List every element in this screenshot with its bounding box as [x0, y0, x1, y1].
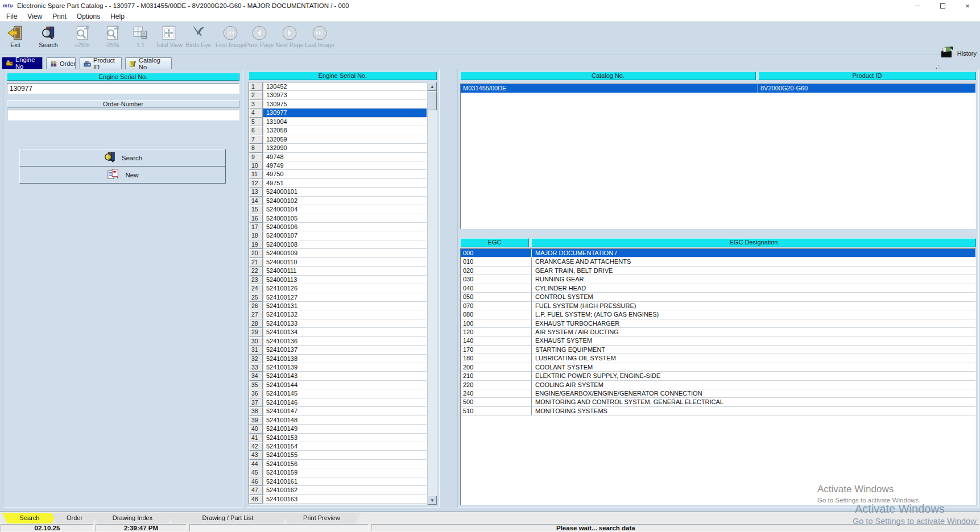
egc-code-cell[interactable]: 180 — [461, 354, 532, 363]
scroll-up-button[interactable]: ▲ — [428, 82, 437, 91]
egc-code-cell[interactable]: 140 — [461, 336, 532, 345]
tab-order[interactable]: Order — [46, 57, 76, 69]
engine-serial-row[interactable]: 17 524000106 — [249, 223, 427, 231]
zoom-out-button[interactable]: -25% — [98, 23, 126, 48]
engine-serial-cell[interactable]: 524100134 — [263, 328, 427, 336]
engine-serial-row[interactable]: 29 524100134 — [249, 328, 427, 336]
engine-serial-cell[interactable]: 49751 — [263, 179, 427, 188]
egc-row[interactable]: 510 MONITORING SYSTEMS — [461, 407, 975, 415]
engine-serial-row[interactable]: 15 524000104 — [249, 205, 427, 214]
view-tab-drawing-index[interactable]: Drawing Index — [92, 513, 173, 523]
engine-serial-cell[interactable]: 524000110 — [263, 258, 427, 267]
egc-code-cell[interactable]: 020 — [461, 267, 532, 275]
egc-designation-cell[interactable]: EXHAUST TURBOCHARGER — [532, 319, 975, 328]
menu-view[interactable]: View — [22, 11, 47, 22]
egc-list[interactable]: 000 MAJOR DOCUMENTATION / 010 CRANKCASE … — [460, 248, 976, 505]
engine-serial-cell[interactable]: 524100156 — [263, 460, 427, 468]
engine-serial-list[interactable]: 1 130452 2 130973 3 130975 4 130977 5 13… — [249, 82, 437, 505]
egc-row[interactable]: 080 L.P. FUEL SYSTEM; (ALTO GAS ENGINES) — [461, 310, 975, 319]
egc-code-cell[interactable]: 070 — [461, 302, 532, 310]
egc-designation-cell[interactable]: CONTROL SYSTEM — [532, 293, 975, 301]
engine-serial-row[interactable]: 3 130975 — [249, 100, 427, 109]
panel-new-button[interactable]: New — [19, 166, 226, 184]
engine-serial-row[interactable]: 21 524000110 — [249, 258, 427, 267]
engine-serial-row[interactable]: 23 524000113 — [249, 276, 427, 284]
engine-serial-row[interactable]: 43 524100155 — [249, 451, 427, 459]
egc-row[interactable]: 040 CYLINDER HEAD — [461, 284, 975, 293]
egc-code-cell[interactable]: 120 — [461, 328, 532, 336]
egc-row[interactable]: 000 MAJOR DOCUMENTATION / — [461, 249, 975, 257]
egc-row[interactable]: 200 COOLANT SYSTEM — [461, 363, 975, 372]
engine-serial-row[interactable]: 22 524000111 — [249, 267, 427, 275]
engine-serial-cell[interactable]: 524100126 — [263, 284, 427, 293]
engine-serial-cell[interactable]: 524000109 — [263, 249, 427, 257]
engine-serial-cell[interactable]: 524100143 — [263, 372, 427, 380]
egc-code-cell[interactable]: 210 — [461, 372, 532, 380]
catalog-row-selected[interactable]: M031455/00DE 8V2000G20-G60 — [461, 84, 975, 93]
engine-serial-cell[interactable]: 524100155 — [263, 451, 427, 459]
egc-designation-cell[interactable]: COOLANT SYSTEM — [532, 363, 975, 372]
engine-serial-row[interactable]: 4 130977 — [249, 109, 427, 117]
minimize-button[interactable] — [905, 0, 930, 11]
actual-size-button[interactable]: 1:1 — [126, 23, 155, 48]
egc-code-cell[interactable]: 040 — [461, 284, 532, 293]
engine-serial-row[interactable]: 20 524000109 — [249, 249, 427, 257]
engine-serial-row[interactable]: 9 49748 — [249, 153, 427, 161]
egc-designation-cell[interactable]: L.P. FUEL SYSTEM; (ALTO GAS ENGINES) — [532, 310, 975, 319]
engine-serial-cell[interactable]: 524100148 — [263, 416, 427, 425]
catalog-no-cell[interactable]: M031455/00DE — [461, 84, 758, 93]
engine-serial-row[interactable]: 47 524100162 — [249, 486, 427, 494]
view-tab-order[interactable]: Order — [52, 513, 97, 523]
egc-row[interactable]: 140 EXHAUST SYSTEM — [461, 336, 975, 345]
egc-row[interactable]: 180 LUBRICATING OIL SYSTEM — [461, 354, 975, 363]
engine-serial-row[interactable]: 26 524100131 — [249, 302, 427, 310]
engine-serial-cell[interactable]: 524100132 — [263, 310, 427, 319]
engine-serial-row[interactable]: 40 524100149 — [249, 425, 427, 433]
engine-serial-cell[interactable]: 49750 — [263, 170, 427, 178]
engine-serial-cell[interactable]: 49748 — [263, 153, 427, 161]
scroll-track[interactable] — [428, 110, 437, 496]
egc-row[interactable]: 070 FUEL SYSTEM (HIGH PRESSURE) — [461, 302, 975, 310]
engine-serial-cell[interactable]: 524100145 — [263, 389, 427, 398]
engine-serial-cell[interactable]: 524100144 — [263, 381, 427, 389]
engine-serial-cell[interactable]: 130977 — [263, 109, 427, 117]
egc-code-cell[interactable]: 220 — [461, 381, 532, 389]
engine-serial-row[interactable]: 46 524100161 — [249, 477, 427, 486]
engine-serial-row[interactable]: 28 524100133 — [249, 319, 427, 328]
egc-code-cell[interactable]: 500 — [461, 398, 532, 406]
engine-serial-row[interactable]: 19 524000108 — [249, 240, 427, 249]
engine-serial-cell[interactable]: 524000102 — [263, 197, 427, 205]
engine-serial-row[interactable]: 25 524100127 — [249, 293, 427, 302]
engine-serial-row[interactable]: 16 524000105 — [249, 214, 427, 223]
egc-designation-cell[interactable]: MAJOR DOCUMENTATION / — [532, 249, 975, 257]
egc-designation-cell[interactable]: ENGINE/GEARBOX/ENGINE/GENERATOR CONNECTI… — [532, 389, 975, 398]
zoom-in-button[interactable]: +25% — [68, 23, 96, 48]
scroll-thumb[interactable] — [428, 91, 437, 110]
first-image-button[interactable]: First Image — [216, 23, 245, 48]
engine-serial-row[interactable]: 45 524100159 — [249, 468, 427, 477]
egc-code-cell[interactable]: 170 — [461, 346, 532, 354]
engine-serial-cell[interactable]: 524000111 — [263, 267, 427, 275]
egc-row[interactable]: 170 STARTING EQUIPMENT — [461, 346, 975, 354]
panel-search-button[interactable]: Search — [19, 149, 226, 167]
engine-serial-row[interactable]: 42 524100154 — [249, 442, 427, 451]
view-tab-print-preview[interactable]: Print Preview — [283, 513, 361, 523]
engine-serial-cell[interactable]: 130452 — [263, 82, 427, 91]
engine-serial-cell[interactable]: 524100147 — [263, 407, 427, 415]
engine-serial-row[interactable]: 34 524100143 — [249, 372, 427, 380]
egc-row[interactable]: 100 EXHAUST TURBOCHARGER — [461, 319, 975, 328]
egc-code-cell[interactable]: 080 — [461, 310, 532, 319]
egc-code-cell[interactable]: 100 — [461, 319, 532, 328]
engine-serial-row[interactable]: 11 49750 — [249, 170, 427, 178]
egc-designation-cell[interactable]: CYLINDER HEAD — [532, 284, 975, 293]
engine-serial-row[interactable]: 7 132059 — [249, 135, 427, 144]
engine-serial-row[interactable]: 41 524100153 — [249, 434, 427, 442]
egc-code-cell[interactable]: 200 — [461, 363, 532, 372]
engine-serial-cell[interactable]: 524000107 — [263, 231, 427, 240]
engine-serial-cell[interactable]: 524100136 — [263, 337, 427, 346]
egc-row[interactable]: 020 GEAR TRAIN, BELT DRIVE — [461, 267, 975, 275]
tab-product-id[interactable]: Product ID — [80, 57, 122, 69]
menu-help[interactable]: Help — [105, 11, 130, 22]
tab-engine-no[interactable]: Engine No — [2, 57, 43, 69]
egc-designation-cell[interactable]: LUBRICATING OIL SYSTEM — [532, 354, 975, 363]
